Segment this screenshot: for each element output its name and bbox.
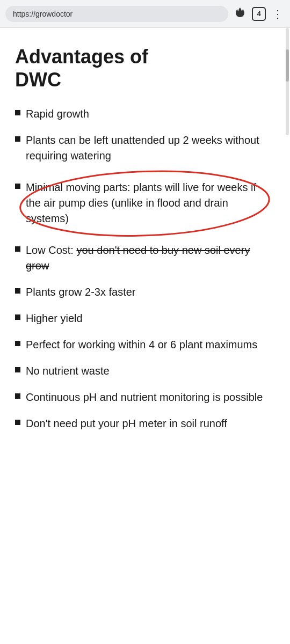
advantages-list: Rapid growth Plants can be left unattend…: [15, 106, 275, 431]
title-line-1: Advantages of: [15, 46, 148, 68]
list-item: Perfect for working within 4 or 6 plant …: [15, 337, 275, 353]
bullet-icon: [15, 367, 20, 372]
bullet-icon: [15, 136, 20, 142]
list-item-text: Perfect for working within 4 or 6 plant …: [26, 337, 275, 353]
bullet-icon: [15, 184, 20, 189]
list-item: Don't need put your pH meter in soil run…: [15, 416, 275, 431]
bullet-icon: [15, 420, 20, 425]
tab-count-badge[interactable]: 4: [252, 7, 266, 21]
list-item: Plants grow 2-3x faster: [15, 284, 275, 300]
bullet-icon: [15, 393, 20, 399]
page-content: Advantages of DWC Rapid growth Plants ca…: [0, 28, 290, 464]
browser-chrome: https://growdoctor 4 ⋮: [0, 0, 290, 28]
list-item: Low Cost: you don't need to buy new soil…: [15, 243, 275, 274]
more-options-button[interactable]: ⋮: [270, 8, 285, 20]
list-item-text: Rapid growth: [26, 106, 275, 122]
scrollbar-thumb[interactable]: [286, 49, 289, 82]
list-item: Rapid growth: [15, 106, 275, 122]
bullet-icon: [15, 246, 20, 252]
list-item-text-circled: Minimal moving parts: plants will live f…: [26, 180, 270, 226]
list-item-text: Continuous pH and nutrient monitoring is…: [26, 390, 275, 405]
scrollbar-track[interactable]: [286, 28, 289, 135]
bullet-icon: [15, 341, 20, 346]
list-item: No nutrient waste: [15, 363, 275, 379]
list-item-text: Higher yield: [26, 311, 275, 326]
fire-icon[interactable]: [233, 4, 248, 23]
list-item-text: Plants grow 2-3x faster: [26, 284, 275, 300]
page-title: Advantages of DWC: [15, 45, 275, 91]
url-text: https://growdoctor: [13, 10, 73, 18]
bullet-icon: [15, 314, 20, 320]
bullet-icon: [15, 288, 20, 294]
list-item-text: Don't need put your pH meter in soil run…: [26, 416, 275, 431]
list-item: Continuous pH and nutrient monitoring is…: [15, 390, 275, 405]
list-item-circled: Minimal moving parts: plants will live f…: [15, 174, 275, 232]
tab-count-text: 4: [257, 10, 260, 18]
bullet-icon: [15, 110, 20, 115]
list-item: Plants can be left unattended up 2 weeks…: [15, 133, 275, 164]
list-item-text: Plants can be left unattended up 2 weeks…: [26, 133, 275, 164]
url-bar[interactable]: https://growdoctor: [5, 6, 228, 22]
title-line-2: DWC: [15, 69, 61, 91]
menu-dots-icon: ⋮: [272, 8, 282, 20]
list-item: Higher yield: [15, 311, 275, 326]
list-item-text: Low Cost: you don't need to buy new soil…: [26, 243, 275, 274]
strikethrough-text: you don't need to buy new soil every gro…: [26, 244, 250, 272]
list-item-text: No nutrient waste: [26, 363, 275, 379]
